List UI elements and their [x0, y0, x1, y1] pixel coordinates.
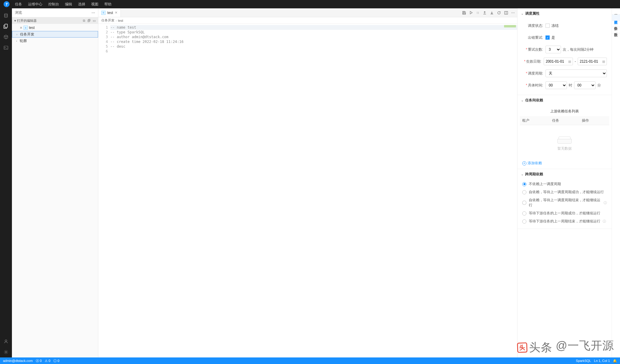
minute-select[interactable]: 00	[574, 81, 596, 89]
svg-point-4	[5, 351, 7, 353]
tab-label: test	[107, 11, 113, 15]
status-errors[interactable]: ⓧ 0	[36, 359, 42, 363]
status-text: 冻结	[551, 23, 559, 28]
help-icon[interactable]: ⓘ	[604, 201, 607, 205]
editor-tabs: S test ✕ ⋯	[98, 8, 517, 17]
minimap[interactable]	[504, 25, 516, 27]
activity-terminal-icon[interactable]	[1, 43, 11, 52]
time-label: 具体时间:	[528, 83, 543, 87]
hour-select[interactable]: 00	[545, 81, 567, 89]
status-position[interactable]: Ln 1, Col 1	[594, 359, 610, 363]
menu-item[interactable]: 编辑	[62, 2, 75, 6]
explorer-title-bar: 浏览 ⋯	[12, 8, 98, 17]
schedule-props-header[interactable]: ⌄调度属性	[517, 8, 612, 18]
retry-suffix: 次，每次间隔2分钟	[563, 47, 593, 52]
status-label: 调度状态:	[522, 23, 543, 28]
right-side-tab[interactable]: 调度依赖	[612, 15, 620, 21]
retry-label: 出错重试:	[522, 35, 543, 40]
date-from-input[interactable]	[544, 58, 573, 65]
close-icon[interactable]: ✕	[20, 26, 22, 30]
right-panel: ⌄调度属性 调度状态: 冻结 出错重试:	[517, 8, 620, 357]
editor-action-bar: ⋯	[460, 8, 517, 17]
breadcrumb-leaf[interactable]: test	[118, 19, 123, 22]
explorer-panel: 浏览 ⋯ ▾ 打开的编辑器 ⧉ 🗐 ▭ ✕Stest›任务开发›轮廓	[12, 8, 98, 357]
pause-icon[interactable]	[476, 11, 480, 15]
code-editor[interactable]: 123456 -- name test-- type SparkSQL-- au…	[98, 24, 517, 357]
status-user[interactable]: admin@dtstack.com	[3, 359, 33, 363]
code-line	[110, 49, 517, 54]
open-editors-header[interactable]: ▾ 打开的编辑器 ⧉ 🗐 ▭	[12, 17, 98, 24]
editor-area: S test ✕ ⋯ 任务开发 › t	[98, 8, 517, 357]
right-side-tab[interactable]: 任务参数	[612, 21, 620, 27]
cross-dep-option[interactable]: 等待下游任务的上一周期结束，才能继续运行 ⓘ	[522, 219, 607, 224]
code-line: -- desc	[110, 44, 517, 49]
split-icon[interactable]	[504, 11, 508, 15]
right-side-tab[interactable]: 环境参数	[612, 27, 620, 33]
breadcrumb-root[interactable]: 任务开发	[101, 18, 114, 23]
activity-user-icon[interactable]	[1, 337, 11, 346]
tab-test[interactable]: S test ✕	[98, 8, 121, 17]
cycle-select[interactable]: 天	[545, 69, 607, 77]
activity-files-icon[interactable]	[1, 21, 11, 31]
close-icon[interactable]: ✕	[115, 11, 117, 15]
breadcrumb: 任务开发 › test	[98, 17, 517, 24]
menu-item[interactable]: 任务	[12, 2, 25, 6]
status-lang[interactable]: SparkSQL	[576, 359, 591, 363]
menu-item[interactable]: 视图	[88, 2, 101, 6]
cross-dep-option[interactable]: 不依赖上一调度周期	[522, 182, 607, 187]
tree-folder-item[interactable]: ›任务开发	[12, 31, 98, 38]
collapse-icon[interactable]: ▭	[93, 19, 96, 22]
refresh-icon[interactable]	[497, 11, 501, 15]
cross-dep-option[interactable]: 等待下游任务的上一周期成功，才能继续运行	[522, 211, 607, 216]
code-line: -- create time 2022-02-18 11:24:16	[110, 39, 517, 44]
tree-folder-item[interactable]: ›轮廓	[12, 38, 98, 44]
menu-item[interactable]: 帮助	[101, 2, 114, 6]
activity-database-icon[interactable]	[1, 11, 11, 20]
radio-icon	[522, 211, 526, 216]
status-bell-icon[interactable]: 🔔	[613, 359, 617, 363]
deps-empty: 暂无数据	[520, 125, 609, 154]
tree-file-item[interactable]: ✕Stest	[12, 24, 98, 31]
status-checkbox[interactable]	[545, 24, 550, 28]
download-icon[interactable]	[490, 11, 494, 15]
menu-item[interactable]: 选择	[75, 2, 88, 6]
activity-box-icon[interactable]	[1, 32, 11, 42]
more-icon[interactable]: ⋯	[511, 11, 515, 15]
save-all-icon[interactable]: 🗐	[87, 19, 91, 22]
col-task: 任务	[550, 116, 579, 125]
radio-icon	[522, 182, 526, 186]
cross-dep-option[interactable]: 自依赖，等待上一调度周期成功，才能继续运行	[522, 190, 607, 195]
menu-item[interactable]: 运维中心	[25, 2, 45, 6]
retry-checkbox[interactable]: ✓	[545, 35, 550, 40]
empty-inbox-icon	[557, 134, 572, 144]
col-tenant: 租户	[520, 116, 550, 125]
code-line: -- type SparkSQL	[110, 30, 517, 35]
explorer-more-icon[interactable]: ⋯	[92, 11, 95, 15]
activity-settings-icon[interactable]	[1, 347, 11, 357]
cross-dep-option[interactable]: 自依赖，等待上一调度周期结束，才能继续运行 ⓘ	[522, 198, 607, 208]
radio-icon	[522, 219, 526, 224]
right-panel-tabs: 任务属性调度依赖任务参数环境参数	[612, 8, 620, 357]
retry-text: 是	[551, 35, 555, 40]
add-dep-link[interactable]: + 添加依赖	[517, 158, 612, 169]
code-content[interactable]: -- name test-- type SparkSQL-- author ad…	[110, 24, 517, 357]
cross-deps-header[interactable]: ⌄跨周期依赖	[517, 169, 612, 179]
plus-icon: +	[522, 161, 526, 165]
new-file-icon[interactable]: ⧉	[83, 19, 85, 22]
run-icon[interactable]	[469, 11, 473, 15]
status-warnings[interactable]: ⚠ 0	[45, 359, 50, 363]
task-deps-header[interactable]: ⌄任务间依赖	[517, 95, 612, 105]
right-side-tab[interactable]: 任务属性	[612, 8, 620, 15]
status-info[interactable]: ⓘ 0	[53, 359, 59, 363]
app-logo: T	[4, 1, 10, 7]
help-icon[interactable]: ⓘ	[603, 219, 606, 224]
save-icon[interactable]	[462, 11, 466, 15]
menu-item[interactable]: 控制台	[45, 2, 62, 6]
retry-count-label: 重试次数:	[528, 47, 543, 52]
upload-icon[interactable]	[483, 11, 487, 15]
date-to-input[interactable]	[578, 58, 607, 65]
svg-point-0	[4, 14, 7, 15]
retry-count-select[interactable]: 3	[545, 46, 561, 53]
col-action: 操作	[579, 116, 609, 125]
code-line: -- author admin@dtstack.com	[110, 35, 517, 39]
